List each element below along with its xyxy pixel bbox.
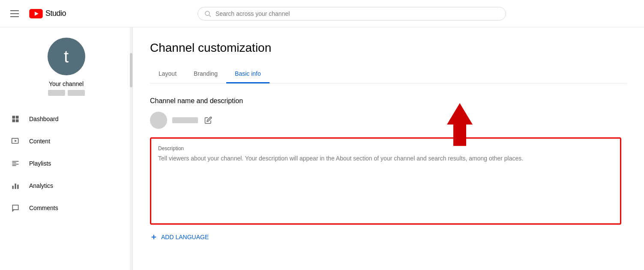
svg-rect-14 [12, 186, 14, 189]
topbar-left: Studio [7, 7, 66, 21]
channel-sub-info [48, 90, 85, 96]
svg-rect-5 [16, 116, 19, 119]
tabs: Layout Branding Basic info [150, 65, 627, 83]
description-label: Description [158, 145, 613, 151]
analytics-icon [10, 181, 21, 191]
comments-icon [10, 203, 21, 213]
edit-name-button[interactable] [203, 115, 213, 125]
channel-name-label: Your channel [49, 80, 84, 87]
sub-pill-1 [48, 90, 65, 96]
section-title: Channel name and description [150, 97, 627, 105]
topbar: Studio [0, 0, 644, 27]
svg-marker-9 [15, 140, 17, 142]
dashboard-label: Dashboard [29, 116, 59, 122]
sidebar: t Your channel Dashboard [0, 27, 133, 270]
sidebar-item-comments[interactable]: Comments [0, 197, 132, 219]
sidebar-item-content[interactable]: Content [0, 130, 132, 152]
sidebar-item-dashboard[interactable]: Dashboard [0, 108, 132, 130]
channel-name-section: Channel name and description [150, 97, 627, 241]
content-label: Content [29, 138, 50, 145]
content-icon [10, 136, 21, 146]
app-body: t Your channel Dashboard [0, 27, 644, 270]
youtube-icon [29, 9, 43, 18]
dashboard-icon [10, 114, 21, 124]
scrollbar-thumb[interactable] [130, 53, 132, 87]
comments-label: Comments [29, 205, 58, 211]
add-icon [150, 233, 158, 241]
channel-avatar: t [48, 38, 85, 75]
playlists-icon [10, 158, 21, 169]
search-input[interactable] [216, 10, 500, 17]
sub-pill-2 [68, 90, 85, 96]
sidebar-item-analytics[interactable]: Analytics [0, 175, 132, 197]
red-arrow-indicator [443, 103, 477, 148]
svg-point-2 [205, 11, 209, 15]
svg-line-3 [209, 15, 210, 17]
tab-layout[interactable]: Layout [150, 65, 185, 83]
logo[interactable]: Studio [29, 9, 66, 18]
search-icon [204, 10, 211, 18]
sidebar-item-playlists[interactable]: Playlists [0, 152, 132, 175]
svg-marker-17 [447, 103, 473, 146]
search-input-wrap[interactable] [198, 7, 506, 21]
tab-basic-info[interactable]: Basic info [226, 65, 270, 83]
description-box: Description [150, 137, 621, 225]
search-bar [198, 7, 506, 21]
svg-rect-15 [15, 184, 16, 189]
scrollbar-track [130, 27, 132, 270]
sidebar-nav: Dashboard Content [0, 108, 132, 219]
playlists-label: Playlists [29, 160, 51, 167]
analytics-label: Analytics [29, 182, 53, 189]
svg-rect-16 [17, 185, 18, 189]
name-row [150, 112, 627, 129]
description-textarea[interactable] [158, 155, 613, 215]
add-language-label: ADD LANGUAGE [161, 234, 209, 240]
name-avatar-small [150, 112, 167, 129]
add-language-button[interactable]: ADD LANGUAGE [150, 233, 627, 241]
svg-rect-7 [16, 119, 19, 122]
tab-branding[interactable]: Branding [185, 65, 226, 83]
svg-rect-4 [12, 116, 15, 119]
avatar-letter: t [64, 47, 69, 66]
main-content: Channel customization Layout Branding Ba… [133, 27, 644, 270]
page-title: Channel customization [150, 41, 627, 55]
name-text-small [172, 117, 198, 123]
hamburger-menu[interactable] [7, 7, 22, 21]
svg-rect-6 [12, 119, 15, 122]
studio-label: Studio [45, 9, 66, 18]
